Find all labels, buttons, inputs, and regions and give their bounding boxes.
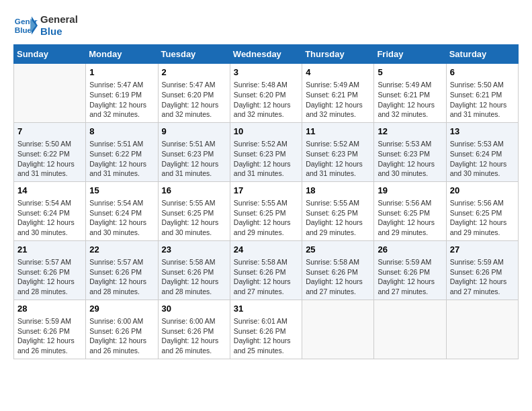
day-number: 3 [234,66,298,79]
day-number: 13 [450,126,515,138]
day-number: 2 [162,66,226,79]
day-number: 15 [89,185,154,197]
day-number: 7 [17,126,82,138]
day-cell: 4Sunrise: 5:49 AMSunset: 6:21 PMDaylight… [302,64,374,123]
day-number: 14 [17,185,82,197]
header-friday: Friday [374,45,446,64]
day-cell: 16Sunrise: 5:55 AMSunset: 6:25 PMDayligh… [158,181,230,240]
day-info: Sunrise: 5:53 AMSunset: 6:24 PMDaylight:… [450,139,515,179]
header-sunday: Sunday [14,45,86,64]
day-info: Sunrise: 5:47 AMSunset: 6:19 PMDaylight:… [89,80,154,120]
header-monday: Monday [86,45,158,64]
calendar-table: SundayMondayTuesdayWednesdayThursdayFrid… [13,44,519,359]
day-number: 10 [234,126,298,138]
day-info: Sunrise: 5:56 AMSunset: 6:25 PMDaylight:… [378,198,442,238]
week-row-4: 21Sunrise: 5:57 AMSunset: 6:26 PMDayligh… [14,240,519,300]
week-row-3: 14Sunrise: 5:54 AMSunset: 6:24 PMDayligh… [14,181,519,240]
day-info: Sunrise: 5:54 AMSunset: 6:24 PMDaylight:… [17,198,82,238]
day-cell: 26Sunrise: 5:59 AMSunset: 6:26 PMDayligh… [374,240,446,300]
day-info: Sunrise: 5:51 AMSunset: 6:23 PMDaylight:… [162,139,226,179]
day-number: 22 [89,244,154,256]
day-number: 29 [89,303,154,315]
day-info: Sunrise: 5:55 AMSunset: 6:25 PMDaylight:… [162,198,226,238]
day-info: Sunrise: 6:00 AMSunset: 6:26 PMDaylight:… [162,316,226,356]
day-number: 27 [450,244,515,256]
day-number: 31 [234,303,298,315]
day-number: 1 [89,66,154,79]
svg-text:Blue: Blue [15,26,32,34]
day-info: Sunrise: 5:58 AMSunset: 6:26 PMDaylight:… [306,257,370,297]
day-number: 9 [162,126,226,138]
day-number: 19 [378,185,442,197]
page-header: General Blue General Blue [13,13,519,38]
day-info: Sunrise: 5:55 AMSunset: 6:25 PMDaylight:… [306,198,370,238]
day-cell: 5Sunrise: 5:49 AMSunset: 6:21 PMDaylight… [374,64,446,123]
day-info: Sunrise: 5:49 AMSunset: 6:21 PMDaylight:… [306,80,370,120]
day-info: Sunrise: 5:50 AMSunset: 6:21 PMDaylight:… [450,80,515,120]
day-number: 28 [17,303,82,315]
day-number: 21 [17,244,82,256]
day-info: Sunrise: 5:58 AMSunset: 6:26 PMDaylight:… [162,257,226,297]
day-info: Sunrise: 5:57 AMSunset: 6:26 PMDaylight:… [17,257,82,297]
header-row: SundayMondayTuesdayWednesdayThursdayFrid… [14,45,519,64]
week-row-5: 28Sunrise: 5:59 AMSunset: 6:26 PMDayligh… [14,300,519,359]
day-cell: 13Sunrise: 5:53 AMSunset: 6:24 PMDayligh… [446,122,518,181]
logo-text-blue: Blue [40,26,78,38]
day-cell [302,300,374,359]
day-info: Sunrise: 5:55 AMSunset: 6:25 PMDaylight:… [234,198,298,238]
day-cell: 7Sunrise: 5:50 AMSunset: 6:22 PMDaylight… [14,122,86,181]
day-info: Sunrise: 5:54 AMSunset: 6:24 PMDaylight:… [89,198,154,238]
header-saturday: Saturday [446,45,518,64]
week-row-2: 7Sunrise: 5:50 AMSunset: 6:22 PMDaylight… [14,122,519,181]
day-cell: 15Sunrise: 5:54 AMSunset: 6:24 PMDayligh… [86,181,158,240]
day-info: Sunrise: 5:47 AMSunset: 6:20 PMDaylight:… [162,80,226,120]
day-cell: 19Sunrise: 5:56 AMSunset: 6:25 PMDayligh… [374,181,446,240]
day-number: 24 [234,244,298,256]
day-number: 17 [234,185,298,197]
day-cell: 24Sunrise: 5:58 AMSunset: 6:26 PMDayligh… [230,240,302,300]
day-cell: 11Sunrise: 5:52 AMSunset: 6:23 PMDayligh… [302,122,374,181]
day-cell: 17Sunrise: 5:55 AMSunset: 6:25 PMDayligh… [230,181,302,240]
header-thursday: Thursday [302,45,374,64]
day-cell: 12Sunrise: 5:53 AMSunset: 6:23 PMDayligh… [374,122,446,181]
day-info: Sunrise: 5:59 AMSunset: 6:26 PMDaylight:… [450,257,515,297]
day-cell: 2Sunrise: 5:47 AMSunset: 6:20 PMDaylight… [158,64,230,123]
day-info: Sunrise: 5:57 AMSunset: 6:26 PMDaylight:… [89,257,154,297]
day-cell: 21Sunrise: 5:57 AMSunset: 6:26 PMDayligh… [14,240,86,300]
day-cell: 3Sunrise: 5:48 AMSunset: 6:20 PMDaylight… [230,64,302,123]
day-cell: 6Sunrise: 5:50 AMSunset: 6:21 PMDaylight… [446,64,518,123]
day-info: Sunrise: 6:00 AMSunset: 6:26 PMDaylight:… [89,316,154,356]
day-cell: 9Sunrise: 5:51 AMSunset: 6:23 PMDaylight… [158,122,230,181]
day-info: Sunrise: 5:59 AMSunset: 6:26 PMDaylight:… [378,257,442,297]
day-cell: 10Sunrise: 5:52 AMSunset: 6:23 PMDayligh… [230,122,302,181]
day-cell: 8Sunrise: 5:51 AMSunset: 6:22 PMDaylight… [86,122,158,181]
day-number: 23 [162,244,226,256]
day-cell: 18Sunrise: 5:55 AMSunset: 6:25 PMDayligh… [302,181,374,240]
day-cell [374,300,446,359]
logo-icon: General Blue [13,13,38,38]
day-info: Sunrise: 5:50 AMSunset: 6:22 PMDaylight:… [17,139,82,179]
day-cell: 31Sunrise: 6:01 AMSunset: 6:26 PMDayligh… [230,300,302,359]
day-number: 12 [378,126,442,138]
day-cell: 25Sunrise: 5:58 AMSunset: 6:26 PMDayligh… [302,240,374,300]
day-info: Sunrise: 5:49 AMSunset: 6:21 PMDaylight:… [378,80,442,120]
day-info: Sunrise: 5:52 AMSunset: 6:23 PMDaylight:… [306,139,370,179]
logo-text-general: General [40,13,78,26]
day-info: Sunrise: 5:53 AMSunset: 6:23 PMDaylight:… [378,139,442,179]
day-cell: 22Sunrise: 5:57 AMSunset: 6:26 PMDayligh… [86,240,158,300]
day-number: 20 [450,185,515,197]
day-cell: 1Sunrise: 5:47 AMSunset: 6:19 PMDaylight… [86,64,158,123]
day-info: Sunrise: 5:51 AMSunset: 6:22 PMDaylight:… [89,139,154,179]
day-number: 26 [378,244,442,256]
week-row-1: 1Sunrise: 5:47 AMSunset: 6:19 PMDaylight… [14,64,519,123]
day-number: 16 [162,185,226,197]
day-number: 4 [306,66,370,79]
header-wednesday: Wednesday [230,45,302,64]
day-cell: 29Sunrise: 6:00 AMSunset: 6:26 PMDayligh… [86,300,158,359]
day-cell: 27Sunrise: 5:59 AMSunset: 6:26 PMDayligh… [446,240,518,300]
day-cell: 23Sunrise: 5:58 AMSunset: 6:26 PMDayligh… [158,240,230,300]
day-number: 6 [450,66,515,79]
day-number: 11 [306,126,370,138]
day-cell [446,300,518,359]
day-number: 18 [306,185,370,197]
